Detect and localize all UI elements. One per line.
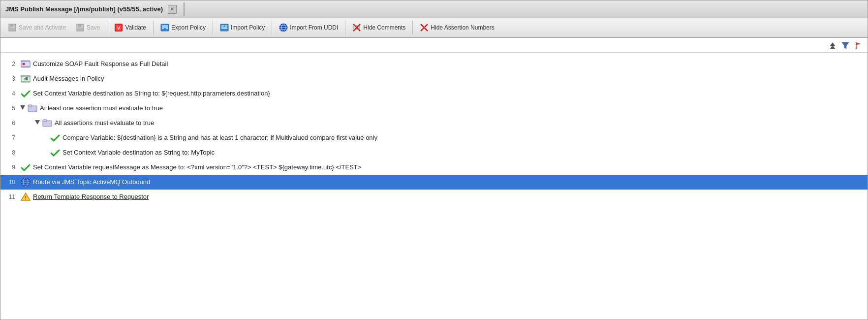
save-activate-svg — [8, 23, 17, 32]
svg-rect-4 — [78, 24, 81, 27]
row-text: Set Context Variable requestMessage as M… — [33, 161, 361, 174]
export-policy-icon — [160, 23, 169, 32]
svg-rect-45 — [43, 120, 47, 122]
save-activate-label: Save and Activate — [19, 24, 66, 31]
save-svg — [76, 23, 85, 32]
svg-rect-1 — [10, 24, 13, 27]
policy-area[interactable]: 2 Customize SOAP Fault Response as Full … — [0, 53, 868, 320]
table-row[interactable]: 11 Return Template Response to Requestor — [0, 190, 868, 204]
hide-assertion-numbers-label: Hide Assertion Numbers — [431, 24, 494, 31]
import-policy-icon — [220, 23, 229, 32]
svg-rect-32 — [21, 62, 30, 66]
save-activate-button[interactable]: Save and Activate — [3, 21, 70, 34]
collapse-triangle-6[interactable] — [35, 117, 40, 129]
save-activate-icon — [8, 23, 17, 32]
search-icon-group — [827, 40, 864, 51]
row-icon-red-x-folder — [20, 59, 31, 69]
row-number: 11 — [0, 191, 20, 203]
row-text: Set Context Variable destination as Stri… — [33, 87, 270, 100]
hide-assertion-numbers-button[interactable]: # Hide Assertion Numbers — [415, 21, 498, 34]
export-policy-button[interactable]: Export Policy — [156, 21, 210, 34]
row-number: 8 — [0, 146, 20, 159]
main-window: JMS Publish Message [/jms/publish] (v55/… — [0, 0, 868, 320]
search-input[interactable] — [4, 42, 825, 49]
table-row[interactable]: 2 Customize SOAP Fault Response as Full … — [0, 57, 868, 71]
row-number: 10 — [0, 176, 20, 189]
window-title: JMS Publish Message [/jms/publish] (v55/… — [5, 5, 163, 13]
import-svg — [220, 23, 229, 32]
table-row[interactable]: 4 Set Context Variable destination as St… — [0, 86, 868, 101]
hide-comments-svg — [352, 23, 361, 32]
row-icon-checkmark-7 — [50, 132, 61, 143]
toolbar-sep-2 — [153, 21, 154, 34]
close-button[interactable]: ✕ — [168, 5, 177, 14]
validate-label: Validate — [125, 24, 146, 31]
row-text: Audit Messages in Policy — [33, 72, 104, 85]
title-bar: JMS Publish Message [/jms/publish] (v55/… — [0, 0, 868, 18]
svg-marker-43 — [35, 120, 40, 125]
search-bar — [0, 38, 868, 53]
row-number: 9 — [0, 161, 20, 174]
toolbar-sep-6 — [412, 21, 413, 34]
row-number: 2 — [0, 58, 20, 70]
row-icon-folder-5 — [27, 103, 38, 114]
uddi-svg — [279, 23, 288, 32]
save-icon — [76, 23, 85, 32]
collapse-triangle-5[interactable] — [20, 102, 25, 115]
svg-rect-2 — [9, 28, 15, 31]
hide-comments-icon — [352, 23, 361, 32]
svg-text:#: # — [423, 25, 426, 30]
tab-divider — [184, 2, 185, 16]
validate-icon: V — [114, 23, 123, 32]
toolbar-sep-1 — [107, 21, 107, 34]
svg-rect-42 — [28, 105, 32, 107]
svg-marker-28 — [842, 42, 849, 49]
row-icon-checkmark-8 — [50, 147, 61, 158]
flag-icon[interactable] — [853, 40, 864, 51]
toolbar-sep-5 — [345, 21, 345, 34]
row-icon-folder-6 — [42, 118, 53, 128]
hide-comments-button[interactable]: Hide Comments — [348, 21, 410, 34]
row-text: Compare Variable: ${destination} is a St… — [62, 131, 377, 144]
row-number: 4 — [0, 87, 20, 100]
hide-assertion-numbers-icon: # — [420, 23, 429, 32]
filter-icon[interactable] — [840, 40, 851, 51]
svg-rect-5 — [77, 28, 83, 31]
import-uddi-label: Import From UDDI — [290, 24, 338, 31]
export-svg — [160, 23, 169, 32]
validate-button[interactable]: V Validate — [110, 21, 150, 34]
up-arrow-icon[interactable] — [827, 40, 838, 51]
import-policy-button[interactable]: Import Policy — [216, 21, 269, 34]
svg-text:V: V — [117, 26, 120, 31]
table-row[interactable]: 5 At least one assertion must evaluate t… — [0, 101, 868, 116]
row-icon-warning-11 — [20, 192, 31, 202]
row-number: 3 — [0, 72, 20, 85]
row-text-selected: Route via JMS Topic ActiveMQ Outbound — [33, 176, 150, 189]
validate-svg: V — [114, 23, 123, 32]
row-text: All assertions must evaluate to true — [55, 117, 154, 129]
table-row[interactable]: 7 Compare Variable: ${destination} is a … — [0, 130, 868, 145]
svg-marker-29 — [856, 42, 861, 45]
table-row[interactable]: 3 Audit Messages in Policy — [0, 71, 868, 86]
table-row[interactable]: 8 Set Context Variable destination as St… — [0, 145, 868, 160]
svg-marker-40 — [20, 105, 25, 110]
import-uddi-icon — [279, 23, 288, 32]
save-label: Save — [87, 24, 100, 31]
save-button[interactable]: Save — [71, 21, 104, 34]
table-row[interactable]: 9 Set Context Variable requestMessage as… — [0, 160, 868, 175]
row-number: 5 — [0, 102, 20, 115]
toolbar-sep-3 — [213, 21, 213, 34]
import-uddi-button[interactable]: Import From UDDI — [275, 21, 342, 34]
row-text-underlined: Return Template Response to Requestor — [33, 191, 149, 203]
row-icon-checkmark-9 — [20, 162, 31, 173]
row-number: 6 — [0, 117, 20, 129]
row-text: Customize SOAP Fault Response as Full De… — [33, 58, 168, 70]
row-number: 7 — [0, 131, 20, 144]
hide-comments-label: Hide Comments — [363, 24, 405, 31]
toolbar-sep-4 — [272, 21, 272, 34]
import-policy-label: Import Policy — [231, 24, 265, 31]
table-row-selected[interactable]: 10 Route via JMS Topic ActiveMQ Outbound — [0, 175, 868, 190]
row-text: At least one assertion must evaluate to … — [40, 102, 163, 115]
row-icon-checkmark — [20, 88, 31, 99]
table-row[interactable]: 6 All assertions must evaluate to true — [0, 116, 868, 130]
